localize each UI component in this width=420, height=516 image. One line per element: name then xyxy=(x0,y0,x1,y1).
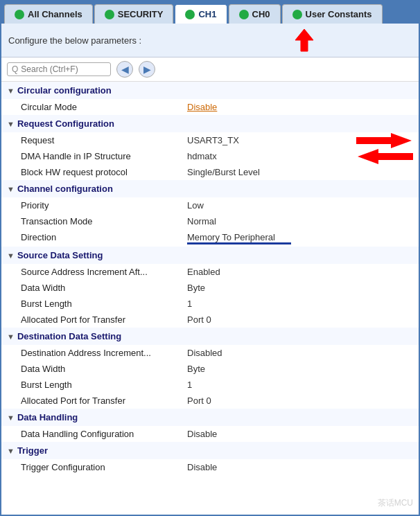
param-src-data-width: Data Width Byte xyxy=(1,280,419,296)
param-priority: Priority Low xyxy=(1,197,419,213)
param-block-hw: Block HW request protocol Single/Burst L… xyxy=(1,164,419,180)
tab-icon-ch1 xyxy=(185,10,195,19)
search-input-wrap[interactable]: Q xyxy=(7,62,111,76)
param-dst-addr-inc: Destination Address Increment... Disable… xyxy=(1,345,419,361)
param-direction: Direction Memory To Peripheral xyxy=(1,229,419,247)
direction-underline xyxy=(187,242,291,244)
param-data-handling-config: Data Handling Configuration Disable xyxy=(1,426,419,442)
chevron-trigger-icon: ▼ xyxy=(7,447,15,455)
search-q-icon: Q xyxy=(12,64,18,74)
config-banner: Configure the below parameters : xyxy=(1,24,419,57)
svg-marker-2 xyxy=(358,149,413,164)
svg-marker-0 xyxy=(295,29,313,51)
chevron-data-handling-icon: ▼ xyxy=(7,413,15,422)
watermark-label: 茶话MCU xyxy=(378,497,413,509)
section-destination-data[interactable]: ▼ Destination Data Setting xyxy=(1,328,419,345)
red-left-arrow-icon xyxy=(358,146,413,167)
tab-icon-all-channels xyxy=(15,10,24,19)
tab-icon-ch0 xyxy=(239,10,249,19)
banner-text: Configure the below parameters : xyxy=(8,35,141,46)
chevron-channel-icon: ▼ xyxy=(7,185,15,193)
tab-bar: All Channels SECURITY CH1 CH0 User Const… xyxy=(1,1,419,24)
section-trigger[interactable]: ▼ Trigger xyxy=(1,442,419,459)
param-dst-burst-length: Burst Length 1 xyxy=(1,377,419,393)
chevron-request-icon: ▼ xyxy=(7,120,15,128)
nav-prev-button[interactable]: ◀ xyxy=(116,61,133,78)
search-input[interactable] xyxy=(21,64,97,74)
param-dst-data-width: Data Width Byte xyxy=(1,361,419,377)
chevron-source-icon: ▼ xyxy=(7,251,15,260)
param-trigger-config: Trigger Configuration Disable xyxy=(1,459,419,475)
nav-next-button[interactable]: ▶ xyxy=(139,61,155,78)
section-channel-config[interactable]: ▼ Channel configuration xyxy=(1,180,419,197)
param-src-burst-length: Burst Length 1 xyxy=(1,296,419,312)
param-dma-handle: DMA Handle in IP Structure hdmatx xyxy=(1,148,419,164)
param-src-allocated-port: Allocated Port for Transfer Port 0 xyxy=(1,312,419,328)
param-circular-mode: Circular Mode Disable xyxy=(1,99,419,115)
content-area: ▼ Circular configuration Circular Mode D… xyxy=(1,82,419,475)
chevron-destination-icon: ▼ xyxy=(7,332,15,341)
red-up-arrow-icon xyxy=(294,28,315,53)
search-bar: Q ◀ ▶ xyxy=(1,57,419,82)
param-src-addr-inc: Source Address Increment Aft... Enabled xyxy=(1,264,419,280)
param-dst-allocated-port: Allocated Port for Transfer Port 0 xyxy=(1,393,419,409)
tab-icon-security xyxy=(105,10,114,19)
section-data-handling[interactable]: ▼ Data Handling xyxy=(1,409,419,426)
param-request: Request USART3_TX xyxy=(1,132,419,148)
tab-ch1[interactable]: CH1 xyxy=(175,4,227,24)
tab-ch0[interactable]: CH0 xyxy=(229,4,281,24)
param-transaction-mode: Transaction Mode Normal xyxy=(1,213,419,229)
section-circular-config[interactable]: ▼ Circular configuration xyxy=(1,82,419,99)
section-source-data[interactable]: ▼ Source Data Setting xyxy=(1,247,419,264)
tab-user-constants[interactable]: User Constants xyxy=(282,4,383,24)
tab-security[interactable]: SECURITY xyxy=(94,4,174,24)
chevron-circular-icon: ▼ xyxy=(7,87,15,95)
tab-icon-user-constants xyxy=(292,10,302,19)
tab-all-channels[interactable]: All Channels xyxy=(4,4,93,24)
